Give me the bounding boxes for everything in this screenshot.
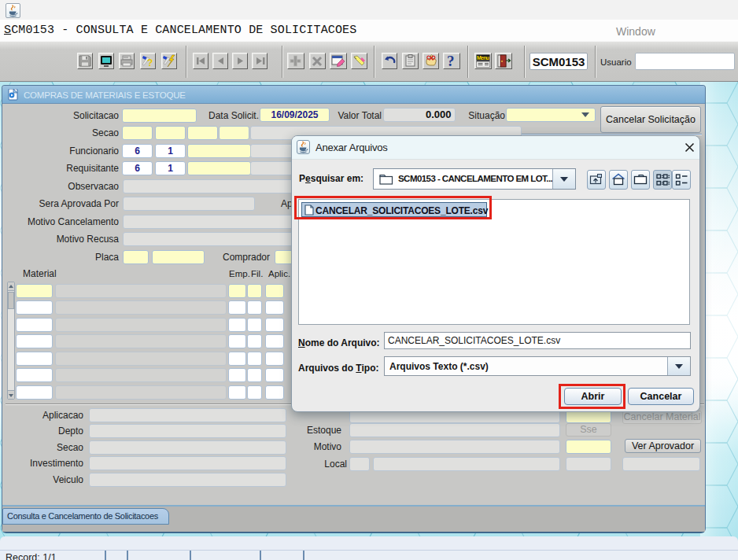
svg-text:?: ? — [147, 57, 153, 68]
svg-text:Menu: Menu — [477, 55, 489, 61]
svg-text:?: ? — [447, 53, 455, 68]
